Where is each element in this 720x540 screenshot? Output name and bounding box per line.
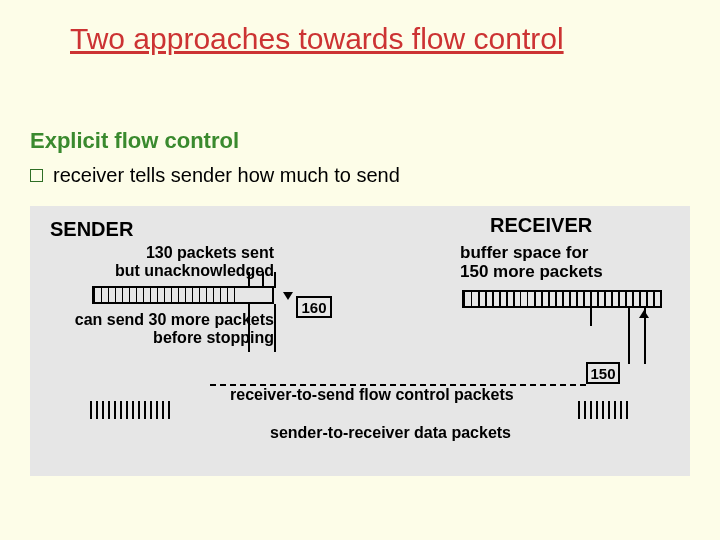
packets-sent-line2: but unacknowledged [115, 262, 274, 279]
tick-icon [590, 308, 592, 326]
bullet-marker [30, 169, 43, 182]
tick-icon [262, 272, 264, 288]
tick-icon [274, 304, 276, 352]
cansend-line1: can send 30 more packets [75, 311, 274, 328]
sender-buffer-bar [92, 286, 274, 304]
buffer-line1: buffer space for [460, 243, 588, 262]
tick-icon [628, 308, 630, 364]
packets-sent-line1: 130 packets sent [146, 244, 274, 261]
receiver-label: RECEIVER [490, 214, 592, 237]
sender-label: SENDER [50, 218, 133, 241]
buffer-line2: 150 more packets [460, 262, 603, 281]
flow-control-path [210, 384, 586, 386]
data-ticks-right [578, 401, 628, 419]
tick-icon [248, 304, 250, 352]
tick-icon [248, 272, 250, 288]
window-size-box-160: 160 [296, 296, 332, 318]
receiver-buffer-bar [462, 290, 662, 308]
can-send-more-label: can send 30 more packets before stopping [48, 311, 274, 346]
window-size-box-150: 150 [586, 362, 620, 384]
arrow-down-icon [283, 292, 293, 300]
bullet-text: receiver tells sender how much to send [53, 164, 400, 187]
subheading-explicit-flow-control: Explicit flow control [30, 128, 239, 154]
packets-sent-label: 130 packets sent but unacknowledged [94, 244, 274, 279]
tick-icon [274, 272, 276, 288]
buffer-space-label: buffer space for 150 more packets [460, 244, 670, 281]
cansend-line2: before stopping [153, 329, 274, 346]
arrow-up-icon [639, 310, 649, 318]
diagram-panel: SENDER RECEIVER 130 packets sent but una… [30, 206, 690, 476]
bullet-row: receiver tells sender how much to send [30, 164, 400, 187]
slide-title: Two approaches towards flow control [70, 22, 700, 56]
data-ticks-left [90, 401, 170, 419]
flow-control-packets-label: receiver-to-send flow control packets [230, 386, 630, 404]
data-packets-label: sender-to-receiver data packets [270, 424, 620, 442]
